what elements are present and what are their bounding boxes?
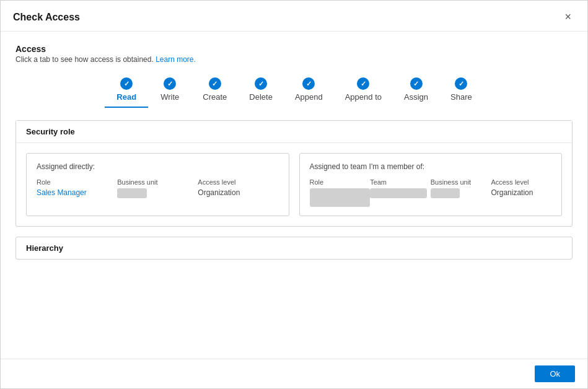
- col-role-team: Common Data Servi...: [310, 188, 371, 207]
- tab-read[interactable]: Read: [105, 74, 148, 108]
- tab-write-icon: [164, 77, 176, 90]
- tab-write[interactable]: Write: [148, 74, 191, 108]
- table-row: Common Data Servi... test group team can…: [310, 188, 552, 207]
- col-header-bu-team: Business unit: [431, 178, 491, 186]
- dialog-header: Check Access ×: [1, 1, 587, 32]
- tab-append-icon: [302, 77, 315, 90]
- table-row: Sales Manager can731 Organization: [37, 188, 279, 198]
- tab-read-icon: [120, 77, 133, 90]
- col-bu: can731: [117, 188, 198, 198]
- tab-share[interactable]: Share: [439, 74, 483, 108]
- team-role-value: Common Data Servi...: [310, 188, 371, 207]
- security-role-header: Security role: [16, 121, 572, 143]
- col-bu-team: can731: [431, 188, 491, 198]
- col-access-team: Organization: [491, 188, 551, 197]
- security-role-panel: Security role Assigned directly: Role Bu…: [15, 120, 573, 227]
- bu-value: can731: [117, 188, 146, 198]
- access-title: Access: [15, 44, 573, 54]
- tab-append[interactable]: Append: [284, 74, 334, 108]
- assigned-directly-title: Assigned directly:: [37, 162, 279, 171]
- col-header-role: Role: [37, 178, 117, 186]
- hierarchy-header: Hierarchy: [16, 237, 572, 259]
- tabs-container: Read Write Create Delete Append Append t…: [15, 74, 573, 108]
- tab-create-icon: [209, 77, 221, 90]
- tab-create[interactable]: Create: [191, 74, 238, 108]
- tab-append-to[interactable]: Append to: [334, 74, 393, 108]
- team-bu-value: can731: [431, 188, 460, 198]
- security-role-body: Assigned directly: Role Business unit Ac…: [16, 143, 572, 226]
- hierarchy-panel: Hierarchy: [15, 237, 573, 260]
- dialog-body: Access Click a tab to see how access is …: [1, 32, 587, 359]
- tab-assign[interactable]: Assign: [393, 74, 439, 108]
- tab-assign-icon: [410, 77, 423, 90]
- col-team-name: test group team: [370, 188, 431, 198]
- dialog-footer: Ok: [1, 359, 587, 388]
- tab-append-to-icon: [357, 77, 369, 90]
- col-header-access: Access level: [198, 178, 278, 186]
- col-header-team: Team: [370, 178, 431, 186]
- assigned-team-header: Role Team Business unit Access level: [310, 178, 552, 186]
- col-header-bu: Business unit: [117, 178, 198, 186]
- team-name-value: test group team: [370, 188, 426, 198]
- role-link[interactable]: Sales Manager: [37, 188, 87, 197]
- tab-share-icon: [455, 77, 467, 90]
- col-header-role-team: Role: [310, 178, 371, 186]
- assigned-team-title: Assigned to team I'm a member of:: [310, 162, 552, 171]
- ok-button[interactable]: Ok: [535, 365, 575, 382]
- assigned-team-table: Role Team Business unit Access level Com…: [310, 178, 552, 207]
- tab-delete[interactable]: Delete: [238, 74, 284, 108]
- close-button[interactable]: ×: [561, 9, 575, 25]
- tab-delete-icon: [255, 77, 267, 90]
- col-access: Organization: [198, 188, 278, 197]
- check-access-dialog: Check Access × Access Click a tab to see…: [0, 0, 588, 389]
- access-subtitle: Click a tab to see how access is obtaine…: [15, 55, 573, 64]
- assigned-directly-card: Assigned directly: Role Business unit Ac…: [26, 153, 289, 216]
- learn-more-link[interactable]: Learn more.: [156, 55, 196, 64]
- assigned-directly-table: Role Business unit Access level Sales Ma…: [37, 178, 279, 198]
- col-header-access-team: Access level: [491, 178, 551, 186]
- col-role: Sales Manager: [37, 188, 117, 197]
- dialog-title: Check Access: [13, 12, 80, 23]
- assigned-directly-header: Role Business unit Access level: [37, 178, 279, 186]
- assigned-team-card: Assigned to team I'm a member of: Role T…: [299, 153, 563, 216]
